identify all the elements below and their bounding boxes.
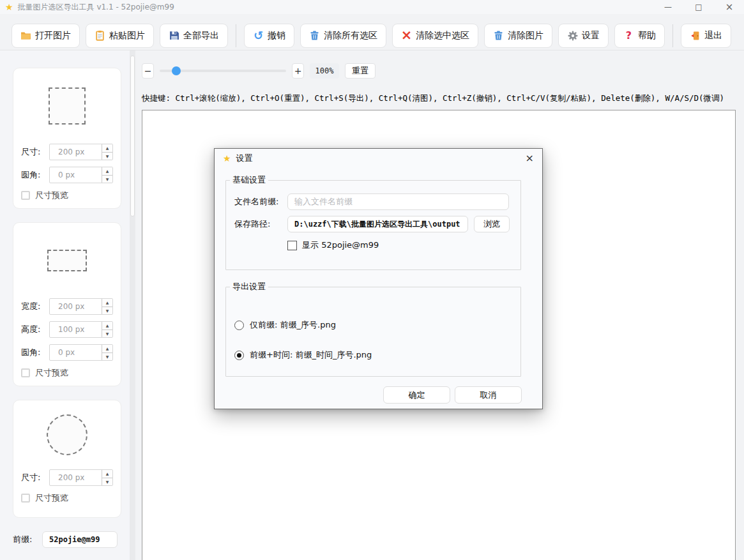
paste-image-button[interactable]: 粘贴图片 (86, 24, 154, 48)
export-settings-group: 导出设置 仅前缀: 前缀_序号.png 前缀+时间: 前缀_时间_序号.png (225, 281, 521, 377)
circle-shape-preview[interactable] (47, 414, 87, 455)
rect-width-spinner[interactable]: 200 px ▲ ▼ (49, 298, 113, 315)
ok-button[interactable]: 确定 (383, 386, 450, 404)
circle-size-spinner[interactable]: 200 px ▲ ▼ (49, 469, 113, 486)
radio-checked-icon[interactable] (234, 351, 244, 360)
exit-label: 退出 (704, 30, 722, 42)
spin-up-icon[interactable]: ▲ (102, 144, 112, 152)
square-radius-label: 圆角: (21, 169, 49, 181)
toolbar-separator (672, 24, 673, 47)
circle-size-preview-label: 尺寸预览 (35, 492, 68, 504)
spin-down-icon[interactable]: ▼ (102, 306, 112, 315)
spin-up-icon[interactable]: ▲ (102, 322, 112, 329)
save-path-label: 保存路径: (234, 218, 287, 230)
prefix-input[interactable] (42, 531, 118, 548)
spin-up-icon[interactable]: ▲ (102, 470, 112, 478)
circle-size-preview-checkbox[interactable] (21, 494, 30, 503)
paste-image-label: 粘贴图片 (109, 30, 145, 42)
show-watermark-label: 显示 52pojie@m99 (302, 239, 379, 251)
browse-button[interactable]: 浏览 (474, 216, 510, 232)
reset-zoom-button[interactable]: 重置 (345, 63, 376, 79)
dialog-title: 设置 (236, 153, 253, 164)
help-button[interactable]: ? 帮助 (614, 24, 665, 48)
slider-thumb[interactable] (172, 66, 181, 75)
show-watermark-checkbox[interactable] (287, 241, 297, 250)
rect-width-value: 200 px (50, 299, 102, 314)
square-shape-panel: 尺寸: 200 px ▲ ▼ 圆角: 0 px ▲ ▼ 尺寸预览 (13, 68, 121, 209)
rect-radius-label: 圆角: (21, 347, 49, 358)
settings-label: 设置 (582, 30, 600, 42)
zoom-in-button[interactable]: + (292, 63, 304, 79)
exit-button[interactable]: 退出 (681, 24, 731, 48)
rect-radius-spinner[interactable]: 0 px ▲ ▼ (49, 344, 113, 361)
undo-button[interactable]: ↺ 撤销 (244, 24, 294, 48)
basic-settings-group: 基础设置 文件名前缀: 保存路径: 浏览 显示 52pojie@m99 (225, 174, 521, 270)
spin-down-icon[interactable]: ▼ (102, 329, 112, 338)
export-all-button[interactable]: 全部导出 (160, 24, 228, 48)
titlebar: ★ 批量图片选区导出工具 v1.1 - 52pojie@m99 — □ × (0, 0, 744, 14)
trash-icon (309, 30, 320, 41)
spin-up-icon[interactable]: ▲ (102, 167, 112, 175)
floppy-disk-icon (169, 30, 179, 41)
zoom-slider[interactable] (160, 63, 286, 79)
prefix-row: 前缀: (13, 531, 118, 548)
filename-prefix-input[interactable] (287, 193, 509, 210)
prefix-only-option[interactable]: 仅前缀: 前缀_序号.png (234, 319, 336, 331)
spin-down-icon[interactable]: ▼ (102, 152, 112, 160)
app-star-icon: ★ (5, 3, 13, 11)
zoom-controls: − + 100% 重置 (142, 63, 376, 79)
prefix-time-option[interactable]: 前缀+时间: 前缀_时间_序号.png (234, 349, 372, 361)
circle-shape-panel: 尺寸: 200 px ▲ ▼ 尺寸预览 (13, 400, 121, 518)
dialog-footer: 确定 取消 (215, 386, 542, 404)
spin-down-icon[interactable]: ▼ (102, 175, 112, 183)
spin-down-icon[interactable]: ▼ (102, 352, 112, 361)
spin-up-icon[interactable]: ▲ (102, 299, 112, 306)
undo-icon: ↺ (253, 30, 264, 41)
spin-up-icon[interactable]: ▲ (102, 345, 112, 352)
close-icon[interactable]: × (722, 1, 736, 13)
minimize-icon[interactable]: — (661, 3, 675, 11)
export-all-label: 全部导出 (183, 30, 219, 42)
maximize-icon[interactable]: □ (692, 3, 706, 11)
rect-size-preview-checkbox[interactable] (21, 368, 30, 377)
clear-selected-selection-button[interactable]: × 清除选中选区 (392, 24, 478, 48)
clear-all-selections-button[interactable]: 清除所有选区 (300, 24, 386, 48)
square-size-preview-checkbox[interactable] (21, 191, 30, 200)
rect-shape-preview[interactable] (47, 250, 87, 271)
rect-height-spinner[interactable]: 100 px ▲ ▼ (49, 321, 113, 338)
rect-radius-value: 0 px (50, 345, 102, 360)
square-radius-spinner[interactable]: 0 px ▲ ▼ (49, 167, 113, 183)
rect-shape-panel: 宽度: 200 px ▲ ▼ 高度: 100 px ▲ ▼ 圆角: (13, 222, 121, 386)
spin-down-icon[interactable]: ▼ (102, 478, 112, 486)
red-x-icon: × (401, 30, 412, 41)
zoom-out-button[interactable]: − (142, 63, 154, 79)
rect-height-label: 高度: (21, 324, 49, 335)
square-size-spinner[interactable]: 200 px ▲ ▼ (49, 144, 113, 160)
prefix-time-label: 前缀+时间: 前缀_时间_序号.png (250, 349, 372, 361)
square-shape-preview[interactable] (49, 87, 86, 125)
open-image-button[interactable]: 打开图片 (11, 24, 80, 48)
cancel-button[interactable]: 取消 (455, 386, 522, 404)
circle-size-label: 尺寸: (21, 472, 49, 483)
scrollbar-thumb[interactable] (130, 56, 135, 216)
clear-image-label: 清除图片 (508, 30, 543, 42)
exit-door-icon (690, 30, 701, 41)
sidebar-scrollbar[interactable] (130, 50, 135, 560)
basic-settings-legend: 基础设置 (230, 174, 268, 186)
clear-image-button[interactable]: 清除图片 (484, 24, 552, 48)
square-size-label: 尺寸: (21, 146, 49, 158)
save-path-input[interactable] (287, 216, 468, 232)
toolbar: 打开图片 粘贴图片 全部导出 ↺ 撤销 清除所有选区 × 清除选中选区 清除图片 (0, 14, 744, 50)
gear-icon (567, 30, 578, 41)
settings-button[interactable]: 设置 (558, 24, 609, 48)
clipboard-icon (95, 30, 105, 41)
dialog-star-icon: ★ (223, 153, 231, 163)
prefix-label: 前缀: (13, 534, 42, 545)
undo-label: 撤销 (268, 30, 285, 42)
trash-icon (493, 30, 504, 41)
settings-dialog: ★ 设置 × 基础设置 文件名前缀: 保存路径: 浏览 显示 52pojie@m… (214, 148, 543, 409)
radio-unchecked-icon[interactable] (234, 321, 244, 330)
dialog-close-icon[interactable]: × (526, 153, 534, 163)
square-radius-value: 0 px (50, 167, 102, 183)
export-settings-legend: 导出设置 (230, 281, 268, 292)
